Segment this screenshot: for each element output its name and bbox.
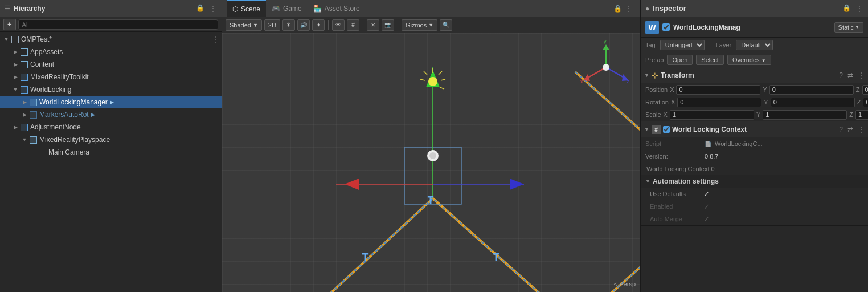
tree-item-wlm[interactable]: WorldLockingManager ▶ xyxy=(0,96,222,108)
hierarchy-title: Hierarchy xyxy=(14,5,45,13)
tree-item-mrplayspace[interactable]: MixedRealityPlayspace xyxy=(0,133,222,146)
pos-z-input[interactable] xyxy=(862,85,868,95)
tag-select[interactable]: Untagged xyxy=(660,40,705,50)
asset-store-tab-label: Asset Store xyxy=(325,5,360,13)
wlm-arrow-right: ▶ xyxy=(110,99,114,105)
viewport-canvas[interactable]: T T T y x xyxy=(222,33,640,292)
wlc-more-icon[interactable]: ⋮ xyxy=(858,125,865,133)
version-value: 0.8.7 xyxy=(705,153,718,160)
pos-x-label: X xyxy=(670,86,674,93)
grid-btn[interactable]: # xyxy=(347,19,359,31)
tree-arrow-content xyxy=(11,62,19,67)
tab-scene[interactable]: ⬡ Scene xyxy=(227,0,266,17)
layer-label: Layer xyxy=(716,42,732,48)
scene-audio-btn[interactable]: 🔊 xyxy=(297,19,310,31)
inspector-more-icon[interactable]: ⋮ xyxy=(855,4,863,13)
tree-arrow-mrplayspace xyxy=(21,137,28,143)
tree-item-maincamera[interactable]: Main Camera xyxy=(0,146,222,159)
persp-label: < Persp xyxy=(614,281,636,287)
tree-item-adjustmentnode[interactable]: AdjustmentNode xyxy=(0,121,222,133)
hierarchy-lock-icon: 🔒 xyxy=(196,4,204,13)
svg-text:x: x xyxy=(580,79,583,84)
use-defaults-row: Use Defaults ✓ xyxy=(641,188,868,200)
transform-header[interactable]: ▼ ⊹ Transform ? ⇄ ⋮ xyxy=(641,67,868,83)
hierarchy-panel: ☰ Hierarchy 🔒 ⋮ + OMPTest* ⋮ xyxy=(0,0,222,292)
version-label: Version: xyxy=(645,153,702,160)
object-enabled-checkbox[interactable] xyxy=(662,23,670,31)
tree-item-ompt[interactable]: OMPTest* ⋮ xyxy=(0,33,222,46)
viewport-area: ⬡ Scene 🎮 Game 🏪 Asset Store 🔒 ⋮ Shaded … xyxy=(222,0,640,292)
pos-x-input[interactable] xyxy=(676,85,760,95)
tree-dots-ompt[interactable]: ⋮ xyxy=(211,35,219,44)
pos-z-label: Z xyxy=(856,86,860,93)
inspector-prefab-bar: Prefab Open Select Overrides ▼ xyxy=(641,52,868,67)
svg-text:y: y xyxy=(604,39,607,44)
script-value: WorldLockingC... xyxy=(715,140,763,147)
shading-label: Shaded xyxy=(230,22,251,29)
layer-select[interactable]: Default xyxy=(736,40,773,50)
inspector-lock-icon[interactable]: 🔒 xyxy=(842,4,851,13)
automation-arrow: ▼ xyxy=(645,179,650,184)
tab-game[interactable]: 🎮 Game xyxy=(266,0,308,17)
viewport-more-icon[interactable]: ⋮ xyxy=(624,4,632,13)
scene-fx-btn[interactable]: ✦ xyxy=(312,19,325,31)
pos-y-input[interactable] xyxy=(769,85,854,95)
wlc-checkbox[interactable] xyxy=(663,126,670,133)
scene-lighting-btn[interactable]: ☀ xyxy=(282,19,295,31)
tree-arrow-appassets xyxy=(11,49,19,55)
add-hierarchy-button[interactable]: + xyxy=(3,19,16,30)
tree-item-mrt[interactable]: MixedRealityToolkit xyxy=(0,71,222,83)
tab-asset-store[interactable]: 🏪 Asset Store xyxy=(308,0,366,17)
hierarchy-content: OMPTest* ⋮ AppAssets Content xyxy=(0,32,222,292)
transform-more-icon[interactable]: ⋮ xyxy=(858,71,865,79)
tree-item-appassets[interactable]: AppAssets xyxy=(0,46,222,58)
hierarchy-more-icon: ⋮ xyxy=(209,4,217,13)
static-button[interactable]: Static ▼ xyxy=(834,22,863,33)
sep3 xyxy=(398,20,398,30)
scale-y-input[interactable] xyxy=(763,110,847,120)
transform-help-icon[interactable]: ? xyxy=(839,71,843,79)
enabled-row: Enabled ✓ xyxy=(641,200,868,213)
transform-arrow: ▼ xyxy=(644,72,649,78)
select-button[interactable]: Select xyxy=(696,55,724,65)
automation-header[interactable]: ▼ Automation settings xyxy=(641,175,868,188)
tree-label-appassets: AppAssets xyxy=(30,48,63,56)
scale-z-input[interactable] xyxy=(855,110,868,120)
overrides-button[interactable]: Overrides ▼ xyxy=(727,55,771,65)
tree-item-mar[interactable]: MarkersAutoRot ▶ xyxy=(0,108,222,121)
rot-y-input[interactable] xyxy=(771,98,855,107)
scale-x-input[interactable] xyxy=(670,110,754,120)
hierarchy-header: ☰ Hierarchy 🔒 ⋮ xyxy=(0,0,222,17)
tree-icon-wlm xyxy=(28,98,38,107)
tree-item-content[interactable]: Content xyxy=(0,58,222,71)
gizmos-dropdown[interactable]: Gizmos ▼ xyxy=(402,19,437,31)
rot-z-input[interactable] xyxy=(863,98,868,107)
open-button[interactable]: Open xyxy=(667,55,693,65)
2d-toggle[interactable]: 2D xyxy=(264,19,280,31)
camera-btn[interactable]: 📷 xyxy=(382,19,394,31)
hierarchy-search-input[interactable] xyxy=(18,19,218,30)
overrides-chevron: ▼ xyxy=(761,58,766,63)
hidden-object-btn[interactable]: 👁 xyxy=(332,19,345,31)
gizmo-overlay[interactable]: y x z xyxy=(578,39,634,96)
scale-x-label: X xyxy=(664,111,668,118)
transform-icon: ⊹ xyxy=(652,71,658,80)
shading-dropdown[interactable]: Shaded ▼ xyxy=(226,19,262,31)
tree-icon-adjustmentnode xyxy=(19,123,28,132)
object-name: WorldLockingManag xyxy=(673,23,740,31)
tree-label-mar: MarkersAutoRot xyxy=(39,111,89,119)
tree-icon-maincamera xyxy=(38,148,47,157)
snap-btn[interactable]: ✕ xyxy=(367,19,379,31)
viewport-lock-icon: 🔒 xyxy=(613,5,622,13)
rot-x-input[interactable] xyxy=(677,98,761,107)
transform-edit-icon[interactable]: ⇄ xyxy=(847,71,853,79)
tree-item-worldlocking[interactable]: WorldLocking xyxy=(0,83,222,96)
script-label: Script xyxy=(645,140,702,147)
wlc-header[interactable]: ▼ # World Locking Context ? ⇄ ⋮ xyxy=(641,121,868,137)
svg-line-23 xyxy=(586,67,606,79)
scale-y-label: Y xyxy=(756,111,760,118)
wlc-edit-icon[interactable]: ⇄ xyxy=(847,125,853,133)
wlc-help-icon[interactable]: ? xyxy=(839,125,843,133)
tree-icon-mrplayspace xyxy=(28,135,38,144)
search-btn[interactable]: 🔍 xyxy=(440,19,452,31)
